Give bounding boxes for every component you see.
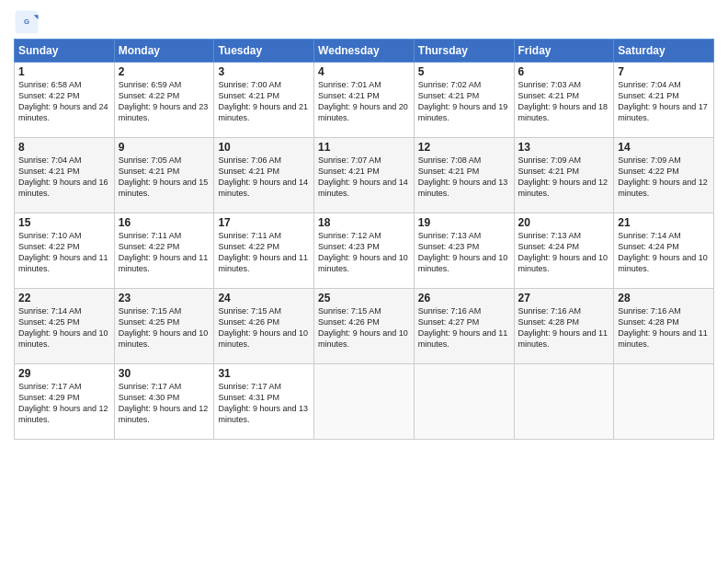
day-number: 11 <box>318 141 410 154</box>
day-cell: 18 Sunrise: 7:12 AMSunset: 4:23 PMDaylig… <box>314 213 415 289</box>
day-cell: 19 Sunrise: 7:13 AMSunset: 4:23 PMDaylig… <box>414 213 514 289</box>
week-row-5: 29 Sunrise: 7:17 AMSunset: 4:29 PMDaylig… <box>15 364 714 440</box>
day-number: 3 <box>218 65 310 78</box>
day-cell: 30 Sunrise: 7:17 AMSunset: 4:30 PMDaylig… <box>114 364 214 440</box>
day-number: 14 <box>618 141 710 154</box>
day-info: Sunrise: 7:08 AMSunset: 4:21 PMDaylight:… <box>418 155 508 198</box>
day-number: 6 <box>518 65 610 78</box>
day-info: Sunrise: 7:11 AMSunset: 4:22 PMDaylight:… <box>119 231 209 273</box>
day-number: 19 <box>418 216 510 229</box>
day-cell: 7 Sunrise: 7:04 AMSunset: 4:21 PMDayligh… <box>614 63 714 138</box>
day-info: Sunrise: 7:16 AMSunset: 4:28 PMDaylight:… <box>518 306 609 349</box>
day-cell: 8 Sunrise: 7:04 AMSunset: 4:21 PMDayligh… <box>15 138 115 213</box>
day-cell: 4 Sunrise: 7:01 AMSunset: 4:21 PMDayligh… <box>314 63 415 138</box>
day-cell: 28 Sunrise: 7:16 AMSunset: 4:28 PMDaylig… <box>614 289 714 364</box>
column-header-tuesday: Tuesday <box>214 40 314 63</box>
day-info: Sunrise: 6:59 AMSunset: 4:22 PMDaylight:… <box>119 80 209 122</box>
day-number: 25 <box>318 292 410 304</box>
day-info: Sunrise: 7:05 AMSunset: 4:21 PMDaylight:… <box>119 155 209 198</box>
day-cell <box>514 364 614 440</box>
column-header-friday: Friday <box>514 40 614 63</box>
day-info: Sunrise: 7:06 AMSunset: 4:21 PMDaylight:… <box>218 155 308 198</box>
day-number: 7 <box>618 65 710 78</box>
column-header-sunday: Sunday <box>15 40 115 63</box>
day-info: Sunrise: 7:17 AMSunset: 4:30 PMDaylight:… <box>119 382 209 424</box>
day-info: Sunrise: 7:01 AMSunset: 4:21 PMDaylight:… <box>318 80 408 122</box>
day-info: Sunrise: 7:07 AMSunset: 4:21 PMDaylight:… <box>318 155 408 198</box>
day-cell: 11 Sunrise: 7:07 AMSunset: 4:21 PMDaylig… <box>314 138 415 213</box>
day-cell <box>314 364 415 440</box>
day-number: 16 <box>119 216 210 229</box>
day-cell: 9 Sunrise: 7:05 AMSunset: 4:21 PMDayligh… <box>114 138 214 213</box>
day-info: Sunrise: 7:03 AMSunset: 4:21 PMDaylight:… <box>518 80 609 122</box>
day-info: Sunrise: 7:14 AMSunset: 4:24 PMDaylight:… <box>618 231 708 273</box>
week-row-2: 8 Sunrise: 7:04 AMSunset: 4:21 PMDayligh… <box>15 138 714 213</box>
day-number: 30 <box>119 367 210 380</box>
day-info: Sunrise: 7:15 AMSunset: 4:25 PMDaylight:… <box>119 306 209 349</box>
day-cell: 26 Sunrise: 7:16 AMSunset: 4:27 PMDaylig… <box>414 289 514 364</box>
day-number: 22 <box>18 292 110 304</box>
day-cell: 20 Sunrise: 7:13 AMSunset: 4:24 PMDaylig… <box>514 213 614 289</box>
day-number: 17 <box>218 216 310 229</box>
day-info: Sunrise: 7:10 AMSunset: 4:22 PMDaylight:… <box>18 231 108 273</box>
week-row-3: 15 Sunrise: 7:10 AMSunset: 4:22 PMDaylig… <box>15 213 714 289</box>
day-cell: 1 Sunrise: 6:58 AMSunset: 4:22 PMDayligh… <box>15 63 115 138</box>
day-cell: 6 Sunrise: 7:03 AMSunset: 4:21 PMDayligh… <box>514 63 614 138</box>
day-cell: 29 Sunrise: 7:17 AMSunset: 4:29 PMDaylig… <box>15 364 115 440</box>
column-header-monday: Monday <box>114 40 214 63</box>
column-header-thursday: Thursday <box>414 40 514 63</box>
day-header-row: SundayMondayTuesdayWednesdayThursdayFrid… <box>15 40 714 63</box>
day-info: Sunrise: 7:15 AMSunset: 4:26 PMDaylight:… <box>318 306 408 349</box>
day-cell: 16 Sunrise: 7:11 AMSunset: 4:22 PMDaylig… <box>114 213 214 289</box>
day-cell: 31 Sunrise: 7:17 AMSunset: 4:31 PMDaylig… <box>214 364 314 440</box>
day-number: 29 <box>18 367 110 380</box>
day-info: Sunrise: 7:13 AMSunset: 4:23 PMDaylight:… <box>418 231 508 273</box>
day-cell: 14 Sunrise: 7:09 AMSunset: 4:22 PMDaylig… <box>614 138 714 213</box>
day-number: 8 <box>18 141 110 154</box>
day-cell: 17 Sunrise: 7:11 AMSunset: 4:22 PMDaylig… <box>214 213 314 289</box>
day-info: Sunrise: 7:16 AMSunset: 4:28 PMDaylight:… <box>618 306 708 349</box>
day-info: Sunrise: 7:16 AMSunset: 4:27 PMDaylight:… <box>418 306 508 349</box>
day-info: Sunrise: 7:12 AMSunset: 4:23 PMDaylight:… <box>318 231 408 273</box>
day-cell <box>614 364 714 440</box>
day-number: 13 <box>518 141 610 154</box>
day-info: Sunrise: 7:09 AMSunset: 4:21 PMDaylight:… <box>518 155 609 198</box>
day-number: 12 <box>418 141 510 154</box>
day-number: 1 <box>18 65 110 78</box>
day-number: 27 <box>518 292 610 304</box>
day-cell: 22 Sunrise: 7:14 AMSunset: 4:25 PMDaylig… <box>15 289 115 364</box>
day-cell: 10 Sunrise: 7:06 AMSunset: 4:21 PMDaylig… <box>214 138 314 213</box>
day-cell: 21 Sunrise: 7:14 AMSunset: 4:24 PMDaylig… <box>614 213 714 289</box>
day-number: 5 <box>418 65 510 78</box>
day-info: Sunrise: 7:15 AMSunset: 4:26 PMDaylight:… <box>218 306 308 349</box>
column-header-saturday: Saturday <box>614 40 714 63</box>
day-info: Sunrise: 7:13 AMSunset: 4:24 PMDaylight:… <box>518 231 609 273</box>
day-number: 9 <box>119 141 210 154</box>
day-cell: 13 Sunrise: 7:09 AMSunset: 4:21 PMDaylig… <box>514 138 614 213</box>
header: G <box>14 9 714 35</box>
logo: G <box>14 9 43 35</box>
day-number: 18 <box>318 216 410 229</box>
day-cell <box>414 364 514 440</box>
day-cell: 3 Sunrise: 7:00 AMSunset: 4:21 PMDayligh… <box>214 63 314 138</box>
logo-icon: G <box>14 9 40 35</box>
day-number: 24 <box>218 292 310 304</box>
day-info: Sunrise: 7:02 AMSunset: 4:21 PMDaylight:… <box>418 80 508 122</box>
day-number: 20 <box>518 216 610 229</box>
day-number: 31 <box>218 367 310 380</box>
day-cell: 23 Sunrise: 7:15 AMSunset: 4:25 PMDaylig… <box>114 289 214 364</box>
day-number: 15 <box>18 216 110 229</box>
day-info: Sunrise: 7:04 AMSunset: 4:21 PMDaylight:… <box>618 80 708 122</box>
page: G SundayMondayTuesdayWednesdayThursdayFr… <box>0 0 728 563</box>
day-cell: 27 Sunrise: 7:16 AMSunset: 4:28 PMDaylig… <box>514 289 614 364</box>
day-number: 4 <box>318 65 410 78</box>
day-number: 26 <box>418 292 510 304</box>
day-cell: 2 Sunrise: 6:59 AMSunset: 4:22 PMDayligh… <box>114 63 214 138</box>
day-cell: 15 Sunrise: 7:10 AMSunset: 4:22 PMDaylig… <box>15 213 115 289</box>
day-cell: 24 Sunrise: 7:15 AMSunset: 4:26 PMDaylig… <box>214 289 314 364</box>
day-number: 23 <box>119 292 210 304</box>
day-info: Sunrise: 7:04 AMSunset: 4:21 PMDaylight:… <box>18 155 108 198</box>
day-info: Sunrise: 7:11 AMSunset: 4:22 PMDaylight:… <box>218 231 308 273</box>
day-number: 21 <box>618 216 710 229</box>
calendar-table: SundayMondayTuesdayWednesdayThursdayFrid… <box>14 39 714 440</box>
